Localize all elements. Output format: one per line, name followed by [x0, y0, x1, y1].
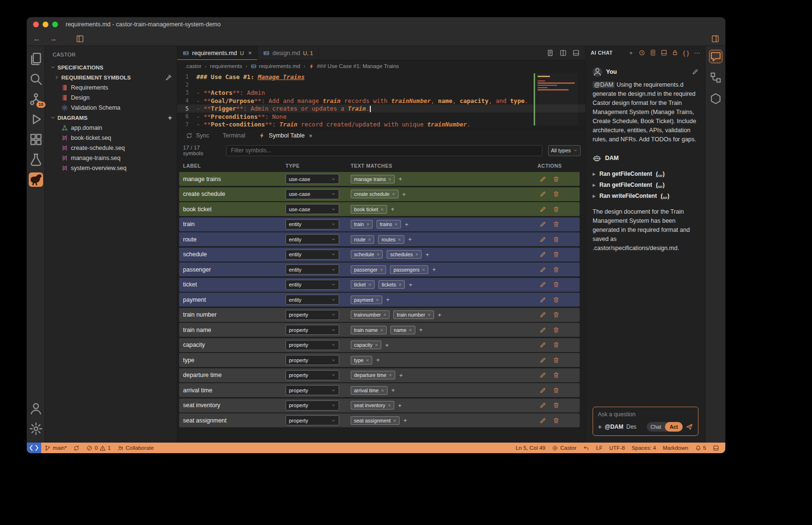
delete-icon[interactable]	[553, 342, 560, 348]
status-eol[interactable]: LF	[593, 443, 606, 453]
symbols-tools-icon[interactable]	[165, 74, 172, 81]
remove-match-icon[interactable]: ×	[375, 342, 378, 348]
mode-chat-option[interactable]: Chat	[647, 424, 665, 430]
remove-match-icon[interactable]: ×	[395, 221, 398, 227]
delete-icon[interactable]	[553, 251, 560, 258]
layout-icon[interactable]	[661, 49, 667, 56]
edit-icon[interactable]	[539, 266, 546, 273]
delete-icon[interactable]	[553, 281, 560, 288]
sidebar-item-manage-trains-seq[interactable]: manage-trains.seq	[45, 153, 177, 163]
delete-icon[interactable]	[553, 417, 560, 424]
lock-icon[interactable]	[672, 49, 678, 56]
status-problems[interactable]: 01	[83, 443, 114, 453]
edit-icon[interactable]	[539, 251, 546, 258]
type-select[interactable]: property	[286, 340, 339, 350]
back-button[interactable]: ←	[33, 34, 41, 43]
edit-icon[interactable]	[539, 372, 546, 378]
breadcrumb-item[interactable]: ### Use Case #1: Manage Trains	[309, 63, 399, 69]
remove-match-icon[interactable]: ×	[381, 388, 384, 393]
edit-icon[interactable]	[539, 281, 546, 288]
code-icon[interactable]: { }	[683, 49, 689, 56]
toggle-sidebar-icon[interactable]	[76, 34, 84, 43]
right-strip-ai-chat[interactable]	[709, 50, 722, 63]
activity-source-control[interactable]: 10	[29, 92, 43, 106]
edit-icon[interactable]	[539, 357, 546, 364]
add-match-button[interactable]: +	[419, 326, 423, 333]
code-line-1[interactable]: 1### Use Case #1: Manage Trains	[177, 73, 585, 81]
close-panel-tab-icon[interactable]: ×	[309, 132, 313, 139]
remove-match-icon[interactable]: ×	[422, 267, 425, 273]
activity-castor[interactable]	[29, 172, 43, 187]
toggle-secondary-sidebar-icon[interactable]	[711, 34, 720, 43]
remove-match-icon[interactable]: ×	[377, 251, 379, 257]
edit-icon[interactable]	[539, 176, 546, 183]
add-match-button[interactable]: +	[391, 205, 395, 213]
zoom-window-button[interactable]	[52, 22, 58, 27]
remove-match-icon[interactable]: ×	[427, 312, 430, 318]
add-match-button[interactable]: +	[386, 296, 390, 303]
delete-icon[interactable]	[553, 402, 560, 409]
type-select[interactable]: use-case	[286, 174, 339, 184]
delete-icon[interactable]	[553, 311, 560, 318]
edit-icon[interactable]	[539, 206, 546, 213]
delete-icon[interactable]	[553, 236, 560, 243]
remove-match-icon[interactable]: ×	[388, 402, 390, 408]
add-diagram-button[interactable]: +	[168, 114, 172, 122]
add-match-button[interactable]: +	[399, 175, 402, 183]
add-match-button[interactable]: +	[385, 342, 389, 349]
tool-run[interactable]: ▶Ran writeFileContent(...)	[593, 193, 698, 199]
edit-icon[interactable]	[539, 387, 546, 394]
code-line-4[interactable]: 4- **Goal/Purpose**: Add and manage trai…	[177, 97, 585, 105]
remove-match-icon[interactable]: ×	[376, 297, 378, 303]
edit-message-icon[interactable]	[692, 68, 698, 75]
activity-settings[interactable]	[29, 422, 43, 436]
type-select[interactable]: entity	[286, 264, 339, 274]
edit-icon[interactable]	[539, 297, 546, 303]
delete-icon[interactable]	[553, 327, 560, 333]
status-undo[interactable]	[580, 443, 593, 453]
toggle-panel-icon[interactable]	[572, 49, 580, 57]
code-line-7[interactable]: 7- **Post-conditions**: Train record cre…	[177, 121, 585, 128]
remove-match-icon[interactable]: ×	[389, 372, 392, 378]
remove-match-icon[interactable]: ×	[398, 237, 401, 242]
tool-args-link[interactable]: (...)	[661, 193, 669, 199]
status-sync-changes[interactable]	[70, 443, 83, 453]
remove-match-icon[interactable]: ×	[415, 251, 418, 257]
minimap[interactable]	[534, 73, 578, 126]
remove-match-icon[interactable]: ×	[399, 282, 401, 287]
type-select[interactable]: property	[286, 400, 339, 411]
right-strip-flow[interactable]	[709, 71, 722, 84]
type-select[interactable]: use-case	[286, 189, 339, 199]
delete-icon[interactable]	[553, 221, 560, 228]
new-chat-icon[interactable]: +	[628, 49, 634, 56]
delete-icon[interactable]	[553, 372, 560, 378]
activity-search[interactable]	[29, 72, 43, 86]
sidebar-item-system-overview-seq[interactable]: system-overview.seq	[45, 163, 177, 173]
activity-run-debug[interactable]	[29, 112, 43, 126]
section-diagrams[interactable]: DIAGRAMS +	[45, 113, 177, 123]
sidebar-item-app-domain[interactable]: app.domain	[45, 123, 177, 133]
type-select[interactable]: property	[286, 310, 339, 320]
breadcrumb-item[interactable]: .castor	[185, 63, 202, 69]
tab-requirements-md[interactable]: requirements.mdU×	[177, 46, 258, 60]
add-match-button[interactable]: +	[402, 191, 406, 198]
mode-act-option[interactable]: Act	[665, 422, 683, 432]
add-match-button[interactable]: +	[408, 236, 412, 243]
activity-testing[interactable]	[29, 152, 43, 167]
tool-run[interactable]: ▶Ran getFileContent(...)	[593, 171, 698, 177]
mode-toggle[interactable]: Chat Act	[647, 422, 683, 432]
add-match-button[interactable]: +	[399, 372, 403, 379]
remove-match-icon[interactable]: ×	[380, 267, 383, 273]
add-match-button[interactable]: +	[376, 356, 380, 364]
type-select[interactable]: property	[286, 355, 339, 365]
attach-icon[interactable]: +	[598, 423, 602, 430]
edit-icon[interactable]	[539, 342, 546, 348]
add-match-button[interactable]: +	[438, 311, 442, 319]
remove-match-icon[interactable]: ×	[368, 282, 371, 287]
sidebar-item-create-schedule-seq[interactable]: create-schedule.seq	[45, 143, 177, 153]
remove-match-icon[interactable]: ×	[383, 312, 386, 318]
close-window-button[interactable]	[33, 22, 39, 27]
forward-button[interactable]: →	[49, 34, 57, 43]
breadcrumb-item[interactable]: requirements.md	[251, 63, 300, 69]
tab-design-md[interactable]: design.mdU, 1	[258, 46, 319, 60]
